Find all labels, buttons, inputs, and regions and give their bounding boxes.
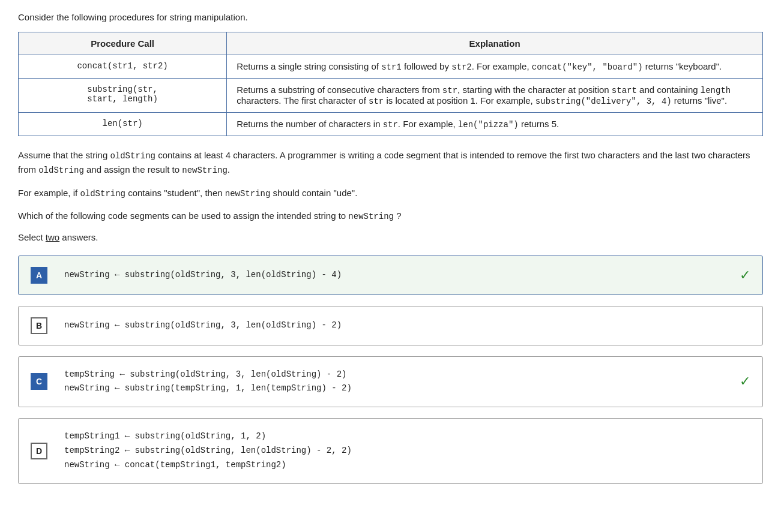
table-row-substring: substring(str,start, length) Returns a s… [19,79,763,113]
select-label: Select two answers. [18,232,763,242]
answer-code-a: newString ← substring(oldString, 3, len(… [64,268,728,282]
answer-block-a[interactable]: A newString ← substring(oldString, 3, le… [18,256,763,295]
answer-label-c: C [31,373,47,390]
answer-section: A newString ← substring(oldString, 3, le… [18,256,763,484]
procedures-table: Procedure Call Explanation concat(str1, … [18,32,763,136]
answer-block-d[interactable]: D tempString1 ← substring(oldString, 1, … [18,418,763,483]
answer-label-a: A [31,267,47,284]
paragraph1: Assume that the string oldString contain… [18,148,763,178]
table-header-procedure: Procedure Call [19,32,227,55]
checkmark-a: ✓ [728,267,750,283]
table-row-concat: concat(str1, str2) Returns a single stri… [19,55,763,79]
intro-text: Consider the following procedures for st… [18,12,763,22]
answer-label-d: D [31,443,47,459]
answer-label-b: B [31,317,47,334]
table-cell-substring-exp: Returns a substring of consecutive chara… [227,79,763,113]
answer-code-b: newString ← substring(oldString, 3, len(… [64,318,750,333]
answer-block-c[interactable]: C tempString ← substring(oldString, 3, l… [18,356,763,408]
paragraph3: Which of the following code segments can… [18,209,763,223]
table-cell-len-proc: len(str) [19,113,227,136]
answer-block-b[interactable]: B newString ← substring(oldString, 3, le… [18,306,763,345]
paragraph2: For example, if oldString contains "stud… [18,186,763,200]
answer-code-d: tempString1 ← substring(oldString, 1, 2)… [64,429,750,472]
table-row-len: len(str) Returns the number of character… [19,113,763,136]
table-cell-concat-proc: concat(str1, str2) [19,55,227,79]
checkmark-c: ✓ [728,374,750,389]
table-cell-concat-exp: Returns a single string consisting of st… [227,55,763,79]
table-cell-substring-proc: substring(str,start, length) [19,79,227,113]
table-header-explanation: Explanation [227,32,763,55]
answer-code-c: tempString ← substring(oldString, 3, len… [64,368,728,396]
table-cell-len-exp: Returns the number of characters in str.… [227,113,763,136]
